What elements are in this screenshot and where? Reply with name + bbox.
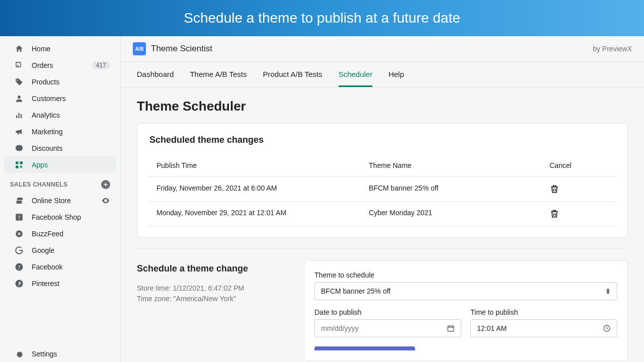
facebook-shop-icon — [14, 212, 24, 222]
home-icon — [14, 44, 24, 54]
sidebar-item-label: Pinterest — [32, 280, 59, 288]
scheduled-table: Publish Time Theme Name Cancel Friday, N… — [147, 154, 617, 226]
clock-icon — [603, 324, 611, 332]
time-input[interactable]: 12:01 AM — [470, 319, 617, 337]
sidebar-item-label: Facebook Shop — [32, 213, 81, 221]
channel-facebook-shop[interactable]: Facebook Shop — [4, 209, 116, 225]
megaphone-icon — [14, 127, 24, 137]
tab-dashboard[interactable]: Dashboard — [137, 62, 174, 87]
sidebar-item-label: Settings — [32, 350, 57, 358]
tab-theme-ab[interactable]: Theme A/B Tests — [190, 62, 247, 87]
cell-time: Monday, November 29, 2021 at 12:01 AM — [156, 209, 369, 219]
channel-online-store[interactable]: Online Store — [4, 192, 116, 209]
app-icon: A/B — [133, 42, 146, 55]
svg-rect-3 — [21, 114, 22, 118]
delete-button[interactable] — [549, 209, 559, 219]
date-label: Date to publish — [314, 308, 461, 316]
sidebar-item-label: BuzzFeed — [32, 230, 63, 238]
page-title: Theme Scheduler — [121, 87, 644, 123]
svg-rect-1 — [16, 115, 17, 118]
sidebar-item-label: Customers — [32, 95, 66, 103]
theme-select-value: BFCM banner 25% off — [321, 287, 390, 295]
svg-rect-5 — [20, 161, 23, 164]
app-header: A/B Theme Scientist by PreviewX — [121, 36, 644, 62]
promo-banner: Schedule a theme to publish at a future … — [0, 0, 644, 36]
sidebar-item-label: Products — [32, 78, 59, 86]
submit-button[interactable] — [314, 346, 415, 350]
add-channel-button[interactable] — [101, 180, 110, 189]
sidebar: Home Orders 417 Products Customers Analy… — [0, 36, 121, 362]
sidebar-item-label: Google — [32, 246, 54, 254]
main-content: A/B Theme Scientist by PreviewX Dashboar… — [121, 36, 644, 362]
sidebar-item-label: Discounts — [32, 144, 62, 152]
tab-bar: Dashboard Theme A/B Tests Product A/B Te… — [121, 62, 644, 87]
eye-icon[interactable] — [101, 196, 110, 205]
sidebar-item-label: Marketing — [32, 128, 62, 136]
card-title: Scheduled theme changes — [147, 135, 617, 145]
table-row: Monday, November 29, 2021 at 12:01 AM Cy… — [147, 202, 617, 226]
apps-icon — [14, 160, 24, 170]
store-time-text: Store time: 1/12/2021, 6:47:02 PM — [137, 283, 288, 294]
schedule-form-section: Schedule a theme change Store time: 1/12… — [121, 260, 644, 362]
person-icon — [14, 94, 24, 104]
sidebar-item-customers[interactable]: Customers — [4, 90, 116, 107]
discount-icon — [14, 143, 24, 153]
store-icon — [14, 196, 24, 206]
calendar-icon — [447, 324, 455, 332]
schedule-form-card: Theme to schedule BFCM banner 25% off ▲▼… — [304, 260, 628, 361]
cell-name: Cyber Monday 2021 — [369, 209, 549, 219]
svg-rect-4 — [16, 161, 18, 164]
channel-buzzfeed[interactable]: BuzzFeed — [4, 225, 116, 242]
facebook-icon — [14, 262, 24, 272]
sidebar-item-products[interactable]: Products — [4, 73, 116, 90]
sidebar-item-label: Online Store — [32, 197, 71, 205]
sidebar-item-label: Orders — [32, 61, 53, 69]
svg-rect-7 — [16, 214, 23, 221]
google-icon — [14, 245, 24, 255]
sidebar-item-settings[interactable]: Settings — [4, 345, 116, 362]
theme-select-label: Theme to schedule — [314, 271, 617, 279]
delete-button[interactable] — [549, 184, 559, 194]
time-label: Time to publish — [470, 308, 617, 316]
banner-title: Schedule a theme to publish at a future … — [184, 10, 460, 26]
sidebar-item-analytics[interactable]: Analytics — [4, 107, 116, 123]
time-value: 12:01 AM — [477, 324, 507, 332]
cell-name: BFCM banner 25% off — [369, 184, 549, 194]
sidebar-item-discounts[interactable]: Discounts — [4, 140, 116, 156]
date-placeholder: mm/dd/yyyy — [321, 324, 359, 332]
sidebar-item-apps[interactable]: Apps — [4, 156, 116, 173]
tag-icon — [14, 77, 24, 87]
sidebar-item-label: Facebook — [32, 263, 62, 271]
buzzfeed-icon — [14, 229, 24, 239]
time-zone-text: Time zone: "America/New York" — [137, 294, 288, 304]
channel-pinterest[interactable]: Pinterest — [4, 275, 116, 292]
bars-icon — [14, 110, 24, 120]
channel-facebook[interactable]: Facebook — [4, 258, 116, 275]
svg-point-0 — [18, 96, 21, 99]
app-byline: by PreviewX — [593, 45, 632, 53]
orders-icon — [14, 60, 24, 70]
section-label: SALES CHANNELS — [10, 181, 67, 188]
sidebar-item-label: Apps — [32, 161, 48, 169]
theme-select[interactable]: BFCM banner 25% off ▲▼ — [314, 282, 617, 300]
sidebar-item-label: Home — [32, 45, 50, 53]
svg-rect-2 — [19, 113, 20, 118]
sidebar-item-orders[interactable]: Orders 417 — [4, 57, 116, 73]
sidebar-item-home[interactable]: Home — [4, 40, 116, 57]
col-publish-time: Publish Time — [156, 161, 369, 169]
col-cancel: Cancel — [549, 161, 608, 169]
tab-help[interactable]: Help — [388, 62, 404, 87]
schedule-form-info: Schedule a theme change Store time: 1/12… — [137, 260, 288, 361]
col-theme-name: Theme Name — [369, 161, 549, 169]
divider — [137, 248, 628, 248]
tab-scheduler[interactable]: Scheduler — [339, 62, 373, 87]
app-title: Theme Scientist — [151, 44, 212, 54]
sidebar-section-header: SALES CHANNELS — [0, 173, 120, 192]
sidebar-item-marketing[interactable]: Marketing — [4, 123, 116, 140]
gear-icon — [14, 349, 24, 359]
tab-product-ab[interactable]: Product A/B Tests — [263, 62, 323, 87]
channel-google[interactable]: Google — [4, 242, 116, 258]
date-input[interactable]: mm/dd/yyyy — [314, 319, 461, 337]
orders-badge: 417 — [92, 61, 110, 69]
svg-rect-6 — [16, 165, 18, 168]
